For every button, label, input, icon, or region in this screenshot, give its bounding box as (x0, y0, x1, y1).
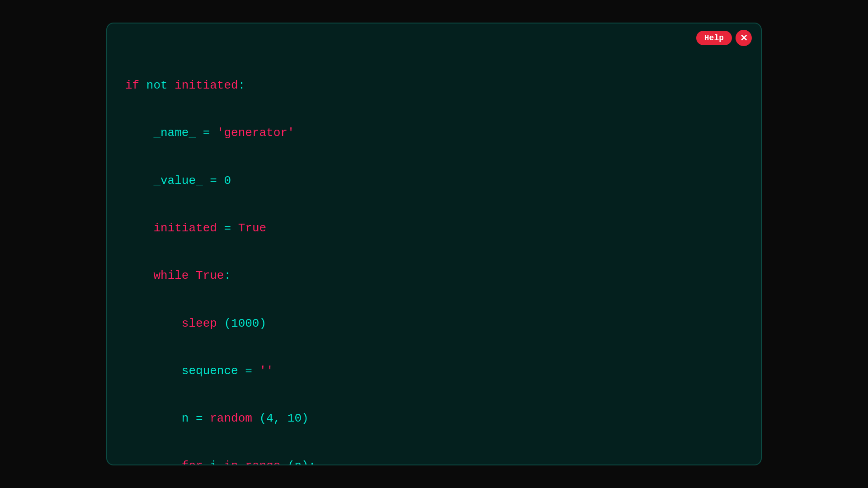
help-button[interactable]: Help (696, 31, 732, 45)
code-line-2: _name_ = 'generator' (125, 125, 743, 141)
close-button[interactable]: ✕ (736, 30, 752, 46)
code-line-4: initiated = True (125, 221, 743, 236)
code-line-9: for i in range (n): (125, 458, 743, 465)
code-line-7: sequence = '' (125, 363, 743, 379)
code-line-6: sleep (1000) (125, 316, 743, 332)
top-buttons: Help ✕ (696, 30, 752, 46)
code-line-8: n = random (4, 10) (125, 411, 743, 427)
code-line-3: _value_ = 0 (125, 173, 743, 189)
code-editor[interactable]: if not initiated: _name_ = 'generator' _… (125, 46, 743, 465)
editor-window: Help ✕ if not initiated: _name_ = 'gener… (106, 23, 762, 465)
code-line-5: while True: (125, 268, 743, 284)
code-line-1: if not initiated: (125, 78, 743, 94)
